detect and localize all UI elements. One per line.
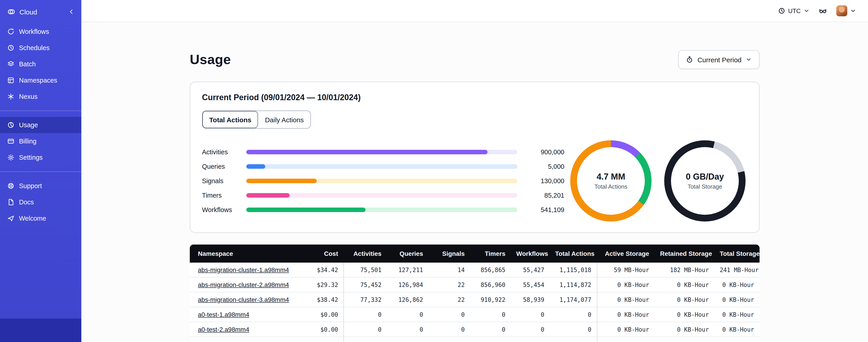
cell-cost: $0.00 (303, 307, 343, 322)
sidebar-item-namespaces[interactable]: Namespaces (0, 72, 81, 89)
namespace-link[interactable]: a0-test-1.a98mm4 (198, 311, 249, 318)
cell-timers: 0 (470, 322, 511, 337)
sidebar-item-label: Workflows (19, 28, 49, 35)
col-header-timers: Timers (470, 244, 511, 263)
cell-queries: 127,211 (387, 263, 429, 277)
bar-track (246, 193, 517, 198)
cell-total-actions: 1,114,872 (550, 277, 597, 293)
sidebar-item-usage[interactable]: Usage (0, 117, 81, 133)
sidebar-footer (0, 318, 81, 342)
sidebar-item-batch[interactable]: Batch (0, 56, 81, 72)
sidebar-item-docs[interactable]: Docs (0, 194, 81, 210)
cell-activities: 75,452 (344, 277, 387, 293)
bar-fill (246, 193, 290, 198)
sidebar-item-billing[interactable]: Billing (0, 133, 81, 149)
cell-signals: 22 (429, 293, 470, 307)
tab-daily-actions[interactable]: Daily Actions (258, 111, 311, 128)
table-header-row: NamespaceCostActivitiesQueriesSignalsTim… (190, 244, 760, 263)
usage-bar-chart: Activities900,000Queries5,000Signals130,… (202, 149, 564, 213)
clock-icon (778, 7, 785, 14)
usage-summary-card: Current Period (09/01/2024 — 10/01/2024)… (190, 82, 760, 233)
sidebar-item-label: Settings (19, 154, 43, 161)
cell-workflows: 0 (511, 322, 550, 337)
bar-row-queries: Queries5,000 (202, 163, 564, 170)
table-row: abs-migration-cluster-3.a98mm4$38.4277,3… (190, 293, 760, 307)
col-header-namespace: Namespace (190, 244, 303, 263)
cell-workflows: 55,454 (511, 277, 550, 293)
period-selector-button[interactable]: Current Period (678, 50, 760, 69)
sidebar-item-label: Usage (19, 122, 38, 129)
namespace-link[interactable]: abs-migration-cluster-2.a98mm4 (198, 281, 289, 288)
cell-total-storage: 0 KB-Hour (714, 293, 760, 307)
sidebar-item-nexus[interactable]: Nexus (0, 89, 81, 105)
cell-retained-storage: 182 MB-Hour (654, 263, 714, 277)
page-head: Usage Current Period (190, 50, 760, 69)
timezone-selector[interactable]: UTC (778, 7, 810, 14)
sidebar-item-label: Nexus (19, 93, 37, 100)
goggles-icon[interactable] (819, 7, 827, 15)
card-title: Current Period (09/01/2024 — 10/01/2024) (202, 93, 747, 102)
cell-active-storage: 0 KB-Hour (597, 337, 654, 342)
cell-activities: 0 (344, 322, 387, 337)
donut-center-value: 4.7 MM (597, 172, 625, 182)
cell-cost: $34.42 (303, 263, 343, 277)
cell-queries: 126,862 (387, 293, 429, 307)
bar-fill (246, 208, 366, 212)
cell-workflows: 55,427 (511, 263, 550, 277)
brand-label: Cloud (20, 8, 37, 15)
bar-label: Timers (202, 192, 241, 199)
main-area: UTC Usage Current Period Current Period … (81, 0, 868, 342)
col-header-workflows: Workflows (511, 244, 550, 263)
nav-group-help: SupportDocsWelcome (0, 178, 81, 227)
cell-signals: 0 (429, 307, 470, 322)
cell-namespace: a0-test-2.a98mm4 (190, 322, 303, 337)
cell-cost: $0.00 (303, 322, 343, 337)
usage-icon (7, 122, 14, 129)
cell-activities: 77,332 (344, 293, 387, 307)
cell-signals: 0 (429, 337, 470, 342)
sidebar-item-welcome[interactable]: Welcome (0, 210, 81, 227)
namespaces-icon (7, 77, 14, 84)
bar-row-workflows: Workflows541,109 (202, 206, 564, 213)
cell-total-storage: 0 KB-Hour (714, 337, 760, 342)
page-title: Usage (190, 52, 231, 67)
tab-total-actions[interactable]: Total Actions (203, 111, 258, 128)
cell-namespace: abs-migration-cluster-1.a98mm4 (190, 263, 303, 277)
cell-activities: 0 (344, 307, 387, 322)
account-menu[interactable] (836, 5, 856, 17)
sidebar-item-workflows[interactable]: Workflows (0, 24, 81, 40)
bar-fill (246, 164, 265, 169)
sidebar-collapse-icon[interactable] (68, 8, 75, 15)
bar-value: 900,000 (523, 148, 564, 156)
timezone-label: UTC (788, 7, 801, 14)
cloud-logo-icon (7, 8, 16, 16)
cell-signals: 22 (429, 277, 470, 293)
batch-icon (7, 61, 14, 68)
cell-activities: 75,501 (344, 263, 387, 277)
namespace-link[interactable]: abs-migration-cluster-3.a98mm4 (198, 296, 289, 303)
nav-divider (0, 171, 81, 172)
welcome-icon (7, 215, 14, 222)
cell-timers: 0 (470, 307, 511, 322)
cell-retained-storage: 0 KB-Hour (654, 277, 714, 293)
col-header-total-storage: Total Storage (714, 244, 760, 263)
sidebar-item-schedules[interactable]: Schedules (0, 40, 81, 56)
sidebar-item-settings[interactable]: Settings (0, 149, 81, 166)
namespace-link[interactable]: bk-worker-test.a98mm4 (198, 341, 264, 342)
cell-retained-storage: 0 KB-Hour (654, 293, 714, 307)
namespace-link[interactable]: a0-test-2.a98mm4 (198, 326, 249, 333)
bar-value: 5,000 (523, 163, 564, 170)
bar-fill (246, 150, 488, 154)
chevron-down-icon (803, 8, 810, 14)
donut-hole: 0 GB/DayTotal Storage (671, 147, 739, 215)
table-row: a0-test-2.a98mm4$0.000000000 KB-Hour0 KB… (190, 322, 760, 337)
namespace-link[interactable]: abs-migration-cluster-1.a98mm4 (198, 266, 289, 273)
chevron-down-icon (746, 57, 752, 63)
bar-track (246, 164, 517, 169)
cell-retained-storage: 0 KB-Hour (654, 307, 714, 322)
table-row: a0-test-1.a98mm4$0.000000000 KB-Hour0 KB… (190, 307, 760, 322)
period-selector-label: Current Period (698, 56, 742, 63)
settings-icon (7, 154, 14, 161)
cell-queries: 0 (387, 322, 429, 337)
sidebar-item-support[interactable]: Support (0, 178, 81, 194)
